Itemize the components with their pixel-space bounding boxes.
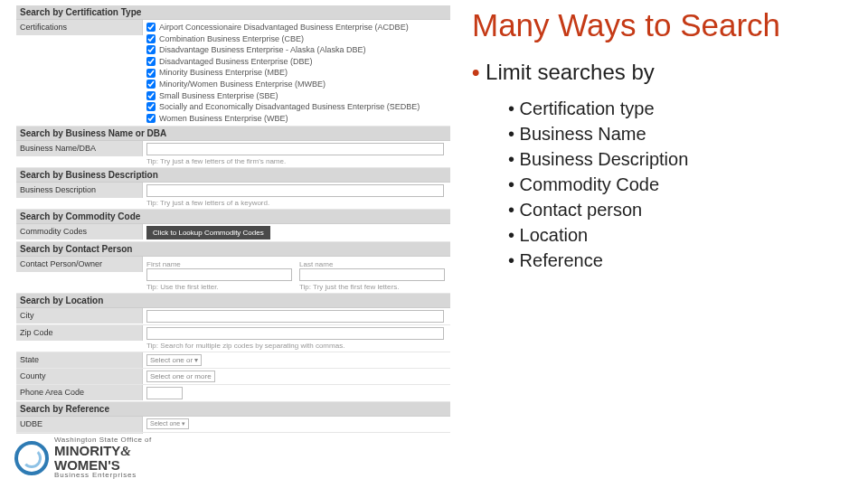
area-code-input[interactable] xyxy=(146,387,183,399)
last-name-caption: Last name xyxy=(299,260,447,268)
tip-zip: Tip: Search for multiple zip codes by se… xyxy=(146,342,447,350)
cert-checkbox[interactable] xyxy=(146,45,156,54)
bullet-lvl2: Location xyxy=(508,222,688,248)
cert-checkbox[interactable] xyxy=(146,23,156,32)
business-desc-input[interactable] xyxy=(146,184,444,197)
label-certifications: Certifications xyxy=(16,20,143,35)
bullet-lvl2: Commodity Code xyxy=(508,172,688,197)
bullet-list-level1: Limit searches by xyxy=(472,60,655,85)
label-state: State xyxy=(16,352,143,368)
swirl-icon xyxy=(14,441,49,475)
state-select[interactable]: Select one or ▾ xyxy=(146,354,202,366)
cert-checkbox[interactable] xyxy=(146,114,156,123)
section-business-desc: Search by Business Description xyxy=(16,168,450,183)
cert-checkbox[interactable] xyxy=(146,80,156,89)
section-location: Search by Location xyxy=(16,294,450,308)
cert-label: Disadvantaged Business Enterprise (DBE) xyxy=(159,56,313,68)
cert-checkbox[interactable] xyxy=(146,34,156,43)
bullet-lvl1: Limit searches by xyxy=(472,60,655,85)
label-contact-person: Contact Person/Owner xyxy=(16,257,143,272)
label-business-desc: Business Description xyxy=(16,183,143,198)
section-business-name: Search by Business Name or DBA xyxy=(16,127,450,141)
bullet-lvl2: Certification type xyxy=(508,96,688,121)
label-business-name: Business Name/DBA xyxy=(16,141,143,156)
search-form-screenshot: Search by Certification Type Certificati… xyxy=(16,5,450,434)
first-name-input[interactable] xyxy=(146,268,292,281)
cert-label: Airport Concessionaire Disadvantaged Bus… xyxy=(159,22,409,33)
bullet-lvl2: Reference xyxy=(508,248,688,273)
section-contact-person: Search by Contact Person xyxy=(16,242,450,257)
logo-womens: WOMEN'S xyxy=(54,458,152,472)
section-cert-type: Search by Certification Type xyxy=(16,5,450,20)
cert-checkbox-group: Airport Concessionaire Disadvantaged Bus… xyxy=(143,20,450,126)
cert-checkbox[interactable] xyxy=(146,102,156,111)
tip-business-desc: Tip: Try just a few letters of a keyword… xyxy=(146,199,447,207)
cert-option: Small Business Enterprise (SBE) xyxy=(146,90,447,102)
section-commodity-code: Search by Commodity Code xyxy=(16,210,450,224)
cert-option: Minority/Women Business Enterprise (MWBE… xyxy=(146,79,447,90)
cert-option: Disadvantage Business Enterprise - Alask… xyxy=(146,44,447,56)
cert-option: Airport Concessionaire Disadvantaged Bus… xyxy=(146,22,447,33)
cert-label: Women Business Enterprise (WBE) xyxy=(159,113,288,125)
label-commodity-codes: Commodity Codes xyxy=(16,224,143,239)
section-reference: Search by Reference xyxy=(16,402,450,417)
bullet-lvl2: Business Description xyxy=(508,146,688,172)
cert-option: Minority Business Enterprise (MBE) xyxy=(146,67,447,79)
zip-input[interactable] xyxy=(146,327,444,340)
bullet-lvl2: Contact person xyxy=(508,197,688,222)
label-udbe: UDBE xyxy=(16,417,143,432)
logo-minority: MINORITY xyxy=(54,443,120,458)
cert-checkbox[interactable] xyxy=(146,57,156,66)
bullet-lvl2: Business Name xyxy=(508,121,688,146)
label-zip: Zip Code xyxy=(16,325,143,341)
logo-line3: Business Enterprises xyxy=(54,472,152,479)
bullet-list-level2: Certification type Business Name Busines… xyxy=(508,96,688,273)
county-select[interactable]: Select one or more xyxy=(146,371,215,382)
omwbe-logo: Washington State Office of MINORITY& WOM… xyxy=(14,436,152,479)
tip-first-name: Tip: Use the first letter. xyxy=(146,283,294,291)
cert-label: Socially and Economically Disadvantaged … xyxy=(159,101,420,113)
tip-last-name: Tip: Try just the first few letters. xyxy=(299,283,447,291)
label-city: City xyxy=(16,308,143,324)
cert-label: Minority Business Enterprise (MBE) xyxy=(159,67,288,79)
label-area-code: Phone Area Code xyxy=(16,385,143,400)
udbe-select[interactable]: Select one ▾ xyxy=(146,418,189,429)
last-name-input[interactable] xyxy=(299,268,445,281)
tip-business-name: Tip: Try just a few letters of the firm'… xyxy=(146,157,447,165)
slide-title: Many Ways to Search xyxy=(472,7,780,43)
cert-option: Combination Business Enterprise (CBE) xyxy=(146,33,447,45)
cert-option: Socially and Economically Disadvantaged … xyxy=(146,101,447,113)
lookup-commodity-button[interactable]: Click to Lookup Commodity Codes xyxy=(146,226,270,239)
logo-wordmark: Washington State Office of MINORITY& WOM… xyxy=(54,436,152,479)
cert-label: Disadvantage Business Enterprise - Alask… xyxy=(159,44,366,56)
logo-amp: & xyxy=(120,444,131,458)
cert-option: Women Business Enterprise (WBE) xyxy=(146,113,447,125)
cert-checkbox[interactable] xyxy=(146,69,156,78)
label-county: County xyxy=(16,369,143,384)
business-name-input[interactable] xyxy=(146,143,444,155)
cert-label: Minority/Women Business Enterprise (MWBE… xyxy=(159,79,326,90)
cert-label: Small Business Enterprise (SBE) xyxy=(159,90,278,102)
label-sbe-cert: SBE Certification xyxy=(16,433,143,434)
first-name-caption: First name xyxy=(146,260,294,268)
city-input[interactable] xyxy=(146,310,444,323)
cert-checkbox[interactable] xyxy=(146,91,156,100)
cert-option: Disadvantaged Business Enterprise (DBE) xyxy=(146,56,447,68)
cert-label: Combination Business Enterprise (CBE) xyxy=(159,33,304,45)
